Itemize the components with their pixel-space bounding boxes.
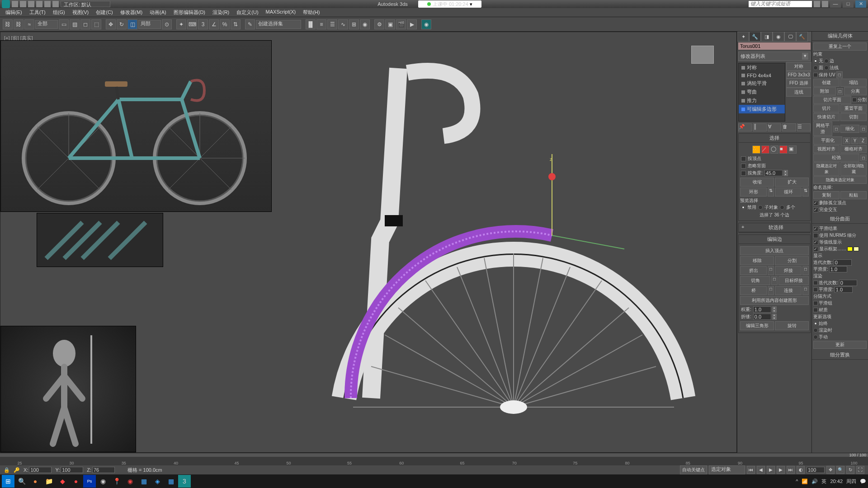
select-icon[interactable]: ▭	[59, 19, 69, 29]
search-task-icon[interactable]: 🔍	[15, 475, 28, 488]
key-filter-dropdown[interactable]: 选定对象	[709, 465, 745, 474]
hide-unselected-button[interactable]: 隐藏未选定对象	[813, 176, 867, 184]
undo-icon[interactable]	[36, 1, 42, 7]
update-always-radio[interactable]	[813, 321, 818, 326]
iter-spinner[interactable]	[834, 259, 852, 266]
modifier-stack[interactable]: 对称 FFD 4x4x4 涡轮平滑 弯曲 推力 可编辑多边形	[738, 63, 785, 122]
bridge-button[interactable]: 桥	[740, 286, 767, 295]
weight-spinner[interactable]	[753, 306, 771, 313]
slice-button[interactable]: 切片	[813, 104, 840, 113]
sep-sg-checkbox[interactable]	[813, 301, 818, 305]
r-iter-spinner[interactable]	[839, 280, 857, 286]
isoline-checkbox[interactable]	[813, 240, 818, 245]
create-button[interactable]: 创建	[813, 79, 840, 87]
ref-coord-dropdown[interactable]: 局部	[138, 20, 161, 29]
slice-plane-button[interactable]: 切片平面	[813, 96, 851, 104]
modifier-list-dropdown[interactable]: 修改器列表▾	[738, 52, 811, 61]
prev-frame-icon[interactable]: ◀	[757, 466, 765, 474]
edit-named-sel-icon[interactable]: ✎	[245, 19, 255, 29]
help-icon[interactable]	[822, 1, 828, 7]
tray-notif-icon[interactable]: 💬	[860, 479, 866, 484]
crease-up-icon[interactable]: ▴	[772, 314, 777, 317]
preserve-uv-checkbox[interactable]	[813, 73, 818, 77]
autokey-button[interactable]: 自动关键点	[680, 465, 707, 474]
render-setup-icon[interactable]: ⚙	[374, 19, 384, 29]
folder-icon[interactable]: 📁	[42, 475, 55, 488]
modify-tab-icon[interactable]: 🔧	[749, 32, 761, 42]
cage-color2-swatch[interactable]	[854, 247, 859, 251]
make-planar-button[interactable]: 平面化	[813, 136, 842, 145]
view-align-button[interactable]: 视图对齐	[813, 145, 840, 153]
time-ruler[interactable]: 25 30 35 40 45 50 55 60 65 70 75 80 85 9…	[0, 457, 868, 465]
key-mode-icon[interactable]: ◐	[797, 466, 805, 474]
mod-preset-ffdsel[interactable]: FFD 选择	[786, 79, 811, 88]
open-file-icon[interactable]	[20, 1, 26, 7]
r-smooth-spinner[interactable]	[835, 286, 853, 293]
attach-list-icon[interactable]: □	[837, 88, 843, 95]
pin-stack-icon[interactable]: 📌	[738, 123, 752, 131]
scale-tool-icon[interactable]: ◫	[127, 19, 137, 29]
move-tool-icon[interactable]: ✥	[106, 19, 116, 29]
ring-button[interactable]: 环形	[740, 188, 767, 197]
tray-time[interactable]: 20:42	[830, 479, 843, 484]
smooth-spinner[interactable]	[829, 266, 847, 272]
menu-tools[interactable]: 工具(T)	[26, 8, 49, 17]
z-coord-input[interactable]	[92, 467, 115, 473]
percent-snap-icon[interactable]: %	[220, 19, 230, 29]
keyboard-shortcut-icon[interactable]: ⌨	[187, 19, 197, 29]
tray-volume-icon[interactable]: 🔊	[811, 479, 818, 484]
mod-preset-ffd3[interactable]: FFD 3x3x3	[786, 71, 811, 79]
mod-preset-wire[interactable]: 连线	[786, 88, 811, 97]
menu-maxscript[interactable]: MAXScript(X)	[262, 8, 300, 17]
loop-spinner-icon[interactable]: ⇅	[802, 188, 809, 197]
planar-y-button[interactable]: Y	[851, 137, 859, 144]
msmooth-settings-icon[interactable]: □	[833, 126, 840, 132]
connect-button[interactable]: 连接	[775, 286, 802, 295]
app-icon-5[interactable]: ◉	[124, 475, 137, 488]
hierarchy-tab-icon[interactable]: ◨	[761, 32, 773, 42]
modifier-bend[interactable]: 弯曲	[739, 88, 785, 96]
edge-subobj-icon[interactable]: ／	[761, 145, 769, 154]
detach-button[interactable]: 分离	[844, 87, 867, 95]
use-nurms-checkbox[interactable]	[813, 233, 818, 238]
hide-selected-button[interactable]: 隐藏选定对象	[813, 162, 840, 176]
show-end-result-icon[interactable]: ║	[753, 123, 766, 131]
angle-snap-icon[interactable]: ∠	[209, 19, 219, 29]
weld-button[interactable]: 焊接	[775, 266, 802, 275]
edit-tri-button[interactable]: 编辑三角形	[740, 321, 774, 330]
menu-customize[interactable]: 自定义(U)	[233, 8, 262, 17]
manipulate-icon[interactable]: ✦	[176, 19, 186, 29]
x-coord-input[interactable]	[29, 467, 52, 473]
preview-multi-radio[interactable]	[780, 205, 784, 210]
mod-preset-symmetry[interactable]: 对称	[786, 62, 811, 71]
msmooth-button[interactable]: 网格平滑	[813, 122, 832, 136]
constraint-face-radio[interactable]	[813, 66, 818, 70]
update-button[interactable]: 更新	[813, 341, 867, 349]
menu-create[interactable]: 创建(C)	[92, 8, 116, 17]
teapot-render-icon[interactable]: ◉	[421, 19, 431, 29]
reset-plane-button[interactable]: 重置平面	[840, 104, 867, 113]
3dsmax-task-icon[interactable]: 3	[178, 475, 191, 488]
preserve-uv-settings-icon[interactable]: □	[836, 71, 843, 78]
crease-spinner[interactable]	[753, 314, 771, 320]
app-logo-icon[interactable]	[2, 0, 10, 8]
connect-settings-icon[interactable]: □	[802, 286, 809, 295]
ring-spinner-icon[interactable]: ⇅	[768, 188, 774, 197]
y-coord-input[interactable]	[61, 467, 83, 473]
bind-icon[interactable]: ≈	[24, 19, 34, 29]
next-frame-icon[interactable]: ▶	[777, 466, 785, 474]
menu-help[interactable]: 帮助(H)	[299, 8, 323, 17]
object-name-field[interactable]: Torus001	[738, 42, 811, 50]
unhide-all-button[interactable]: 全部取消隐藏	[840, 162, 867, 176]
search-icon[interactable]	[814, 1, 820, 7]
angle-down-icon[interactable]: ▾	[783, 173, 788, 176]
angle-spinner[interactable]	[764, 170, 783, 176]
preview-subobj-radio[interactable]	[758, 205, 763, 210]
curve-editor-icon[interactable]: ∿	[338, 19, 348, 29]
modifier-editable-poly[interactable]: 可编辑多边形	[739, 105, 785, 113]
link-tool-icon[interactable]: ⛓	[3, 19, 13, 29]
angle-up-icon[interactable]: ▴	[783, 170, 788, 173]
ignore-backfacing-checkbox[interactable]	[741, 164, 746, 169]
tessellate-button[interactable]: 细化	[840, 125, 859, 133]
modifier-turbosmooth[interactable]: 涡轮平滑	[739, 79, 785, 88]
